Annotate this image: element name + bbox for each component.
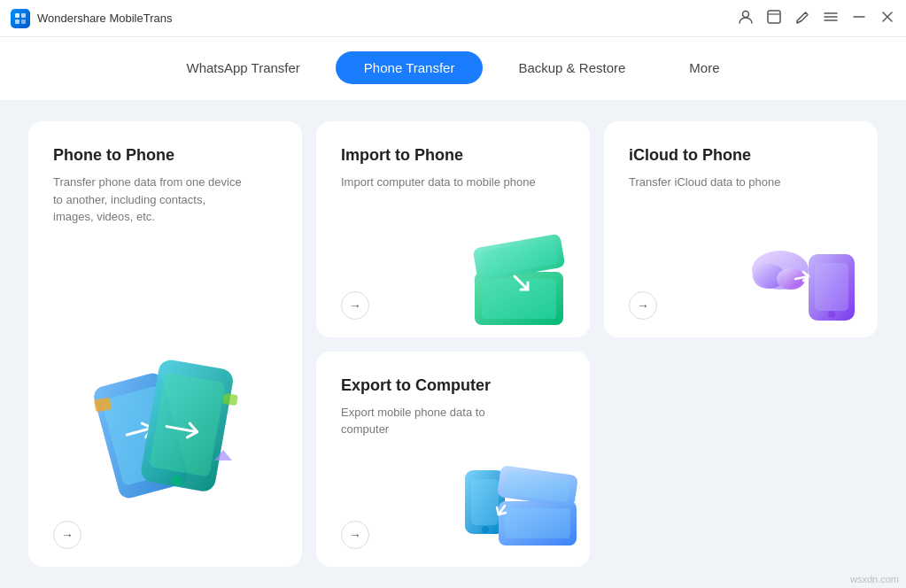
card-phone-to-phone-title: Phone to Phone	[53, 146, 277, 165]
svg-rect-2	[15, 19, 19, 24]
card-import-to-phone[interactable]: Import to Phone Import computer data to …	[316, 121, 590, 337]
card-import-desc: Import computer data to mobile phone	[341, 174, 536, 191]
arrow-phone-to-phone[interactable]: →	[53, 521, 81, 549]
svg-point-4	[743, 11, 749, 17]
tab-more[interactable]: More	[661, 51, 747, 84]
window-icon[interactable]	[766, 9, 782, 28]
svg-rect-23	[482, 279, 556, 319]
card-export-desc: Export mobile phone data to computer	[341, 404, 536, 438]
watermark: wsxdn.com	[850, 574, 899, 584]
card-phone-to-phone-desc: Transfer phone data from one device to a…	[53, 174, 248, 226]
arrow-icloud-to-phone[interactable]: →	[629, 291, 657, 320]
svg-rect-1	[21, 13, 26, 18]
svg-rect-33	[471, 479, 499, 525]
card-icloud-desc: Transfer iCloud data to phone	[629, 174, 824, 191]
tab-backup-restore[interactable]: Backup & Restore	[490, 51, 654, 84]
card-icloud-to-phone[interactable]: iCloud to Phone Transfer iCloud data to …	[604, 121, 878, 337]
main-content: Phone to Phone Transfer phone data from …	[0, 100, 906, 588]
svg-point-28	[828, 311, 835, 318]
export-illustration	[454, 453, 583, 554]
title-bar-left: Wondershare MobileTrans	[11, 9, 172, 28]
phone-to-phone-illustration	[68, 319, 263, 514]
svg-rect-36	[505, 508, 570, 538]
svg-rect-27	[815, 263, 848, 311]
svg-point-34	[482, 526, 489, 533]
nav-bar: WhatsApp Transfer Phone Transfer Backup …	[0, 37, 906, 100]
svg-rect-3	[21, 19, 26, 24]
card-phone-to-phone[interactable]: Phone to Phone Transfer phone data from …	[28, 121, 302, 567]
card-icloud-title: iCloud to Phone	[629, 146, 853, 165]
profile-icon[interactable]	[738, 9, 754, 28]
minimize-icon[interactable]	[851, 9, 867, 28]
svg-rect-5	[768, 11, 780, 23]
tab-whatsapp-transfer[interactable]: WhatsApp Transfer	[158, 51, 328, 84]
card-export-to-computer[interactable]: Export to Computer Export mobile phone d…	[316, 352, 590, 568]
app-title: Wondershare MobileTrans	[37, 12, 172, 25]
card-import-title: Import to Phone	[341, 146, 565, 165]
menu-icon[interactable]	[823, 9, 839, 28]
card-export-title: Export to Computer	[341, 376, 565, 395]
import-illustration	[457, 228, 581, 325]
tab-phone-transfer[interactable]: Phone Transfer	[336, 51, 484, 84]
icloud-illustration	[747, 228, 871, 325]
close-icon[interactable]	[879, 9, 895, 28]
title-bar-controls	[738, 9, 895, 28]
arrow-import-to-phone[interactable]: →	[341, 291, 369, 320]
title-bar: Wondershare MobileTrans	[0, 0, 906, 37]
edit-icon[interactable]	[794, 9, 810, 28]
app-icon	[11, 9, 30, 28]
svg-rect-20	[222, 393, 238, 406]
arrow-export-to-computer[interactable]: →	[341, 521, 369, 549]
svg-rect-0	[15, 13, 19, 18]
